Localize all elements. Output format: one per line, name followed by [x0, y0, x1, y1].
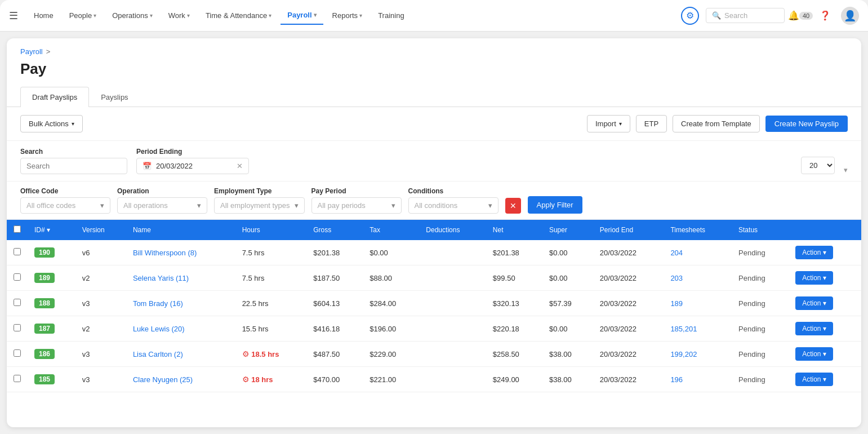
- row-checkbox[interactable]: [14, 299, 21, 306]
- nav-item-people[interactable]: People ▾: [63, 7, 103, 24]
- employee-name-link[interactable]: Luke Lewis (20): [133, 325, 185, 333]
- chevron-down-icon: ▾: [823, 325, 826, 333]
- action-button[interactable]: Action ▾: [795, 347, 833, 361]
- timesheet-link[interactable]: 204: [670, 249, 683, 257]
- nav-item-time-attendance[interactable]: Time & Attendance ▾: [199, 7, 278, 24]
- employee-name-link[interactable]: Selena Yaris (11): [133, 274, 189, 282]
- tab-draft-payslips[interactable]: Draft Payslips: [20, 87, 89, 107]
- row-action-cell[interactable]: Action ▾: [789, 240, 861, 265]
- row-action-cell[interactable]: Action ▾: [789, 265, 861, 291]
- row-checkbox[interactable]: [14, 248, 21, 255]
- chevron-down-icon: ▾: [823, 350, 826, 358]
- timesheet-link[interactable]: 196: [670, 375, 683, 384]
- office-code-select[interactable]: All office codes ▾: [20, 197, 110, 214]
- conditions-select[interactable]: All conditions ▾: [408, 197, 498, 214]
- nav-item-payroll[interactable]: Payroll ▾: [281, 6, 323, 25]
- employee-name-link[interactable]: Bill Witherspoon (8): [133, 249, 197, 257]
- row-status: Pending: [732, 367, 789, 392]
- row-timesheets[interactable]: 203: [664, 265, 732, 291]
- nav-item-work[interactable]: Work ▾: [162, 7, 197, 24]
- employee-name-link[interactable]: Tom Brady (16): [133, 299, 183, 308]
- row-checkbox[interactable]: [14, 324, 21, 331]
- row-checkbox-cell[interactable]: [7, 265, 28, 291]
- row-name[interactable]: Luke Lewis (20): [126, 316, 235, 342]
- user-avatar[interactable]: 👤: [841, 7, 859, 25]
- row-gross: $604.13: [306, 291, 363, 316]
- row-checkbox[interactable]: [14, 273, 21, 281]
- notification-bell[interactable]: 🔔 40: [791, 7, 809, 25]
- id-badge: 189: [34, 273, 55, 283]
- employment-type-select[interactable]: All employment types ▾: [214, 197, 305, 214]
- timesheet-link[interactable]: 185,201: [670, 325, 697, 333]
- row-timesheets[interactable]: 204: [664, 240, 732, 265]
- row-action-cell[interactable]: Action ▾: [789, 342, 861, 367]
- table-row: 187 v2 Luke Lewis (20) 15.5 hrs $416.18 …: [7, 316, 861, 342]
- action-button[interactable]: Action ▾: [795, 296, 833, 310]
- nav-item-training[interactable]: Training: [371, 7, 411, 24]
- period-ending-date-input[interactable]: 📅 20/03/2022 ✕: [136, 158, 249, 174]
- nav-item-home[interactable]: Home: [27, 7, 60, 24]
- timesheet-link[interactable]: 189: [670, 299, 683, 308]
- row-action-cell[interactable]: Action ▾: [789, 316, 861, 342]
- select-all-header[interactable]: [7, 220, 28, 240]
- row-period-end: 20/03/2022: [593, 291, 664, 316]
- row-net: $220.18: [486, 316, 542, 342]
- employee-name-link[interactable]: Clare Nyugen (25): [133, 375, 193, 384]
- settings-icon[interactable]: ⚙: [681, 7, 699, 25]
- hamburger-icon[interactable]: ☰: [9, 10, 18, 22]
- nav-item-operations[interactable]: Operations ▾: [105, 7, 159, 24]
- pay-period-select[interactable]: All pay periods ▾: [311, 197, 402, 214]
- breadcrumb-parent[interactable]: Payroll: [20, 47, 43, 56]
- etp-button[interactable]: ETP: [636, 115, 667, 132]
- row-checkbox[interactable]: [14, 349, 21, 357]
- row-timesheets[interactable]: 196: [664, 367, 732, 392]
- timesheet-link[interactable]: 199,202: [670, 350, 697, 358]
- nav-item-reports[interactable]: Reports ▾: [326, 7, 370, 24]
- row-name[interactable]: Clare Nyugen (25): [126, 367, 235, 392]
- row-timesheets[interactable]: 189: [664, 291, 732, 316]
- action-button[interactable]: Action ▾: [795, 373, 833, 386]
- action-button[interactable]: Action ▾: [795, 271, 833, 285]
- row-id: 188: [28, 291, 75, 316]
- row-checkbox-cell[interactable]: [7, 367, 28, 392]
- help-icon[interactable]: ❓: [816, 7, 834, 25]
- row-name[interactable]: Lisa Carlton (2): [126, 342, 235, 367]
- row-timesheets[interactable]: 199,202: [664, 342, 732, 367]
- employee-name-link[interactable]: Lisa Carlton (2): [133, 350, 183, 358]
- row-gross: $487.50: [306, 342, 363, 367]
- timesheet-link[interactable]: 203: [670, 274, 683, 282]
- row-checkbox-cell[interactable]: [7, 291, 28, 316]
- apply-filter-button[interactable]: Apply Filter: [528, 196, 582, 214]
- row-checkbox-cell[interactable]: [7, 316, 28, 342]
- row-hours: 15.5 hrs: [235, 316, 307, 342]
- row-net: $249.00: [486, 367, 542, 392]
- clear-date-icon[interactable]: ✕: [237, 162, 243, 170]
- action-button[interactable]: Action ▾: [795, 322, 833, 335]
- row-action-cell[interactable]: Action ▾: [789, 367, 861, 392]
- operation-select[interactable]: All operations ▾: [117, 197, 207, 214]
- search-input[interactable]: [20, 158, 127, 174]
- chevron-down-icon: ▾: [488, 201, 492, 210]
- row-checkbox-cell[interactable]: [7, 240, 28, 265]
- col-header-id: ID# ▾: [28, 220, 75, 240]
- create-new-payslip-button[interactable]: Create New Payslip: [765, 116, 848, 132]
- warning-icon: ⚙: [242, 375, 250, 384]
- row-name[interactable]: Bill Witherspoon (8): [126, 240, 235, 265]
- row-action-cell[interactable]: Action ▾: [789, 291, 861, 316]
- select-all-checkbox[interactable]: [14, 225, 21, 233]
- global-search[interactable]: 🔍 Search: [706, 8, 785, 23]
- action-button[interactable]: Action ▾: [795, 246, 833, 259]
- row-checkbox-cell[interactable]: [7, 342, 28, 367]
- create-from-template-button[interactable]: Create from Template: [673, 115, 760, 132]
- bulk-actions-button[interactable]: Bulk Actions ▾: [20, 115, 83, 132]
- row-timesheets[interactable]: 185,201: [664, 316, 732, 342]
- row-tax: $196.00: [363, 316, 419, 342]
- per-page-select[interactable]: 20: [801, 157, 835, 174]
- row-hours: ⚙ 18 hrs: [235, 367, 307, 392]
- row-name[interactable]: Tom Brady (16): [126, 291, 235, 316]
- row-checkbox[interactable]: [14, 375, 21, 382]
- import-button[interactable]: Import ▾: [587, 115, 630, 132]
- tab-payslips[interactable]: Payslips: [89, 87, 140, 107]
- row-name[interactable]: Selena Yaris (11): [126, 265, 235, 291]
- clear-filter-button[interactable]: ✕: [505, 198, 521, 214]
